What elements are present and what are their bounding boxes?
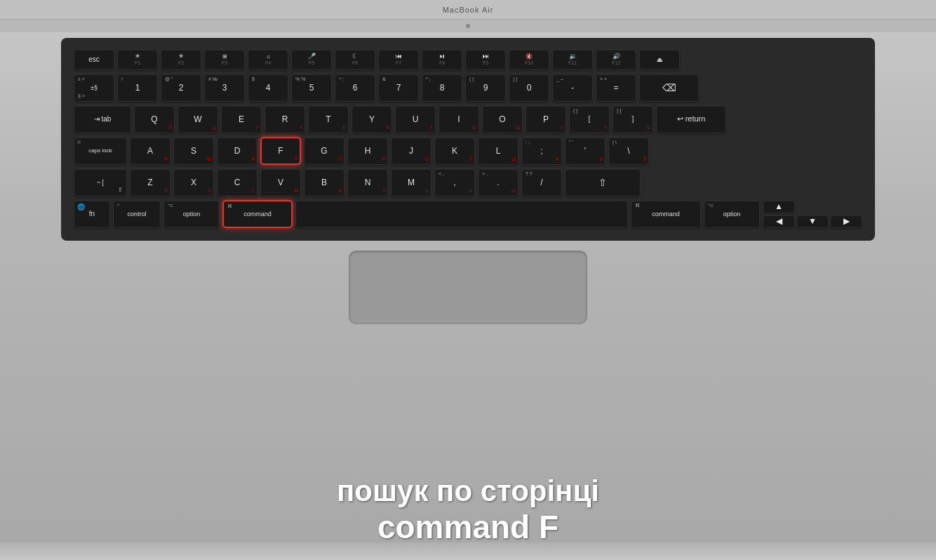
shortcut-keys: command F [377,508,559,546]
arrow-keys: ▲ ◀ ▼ ▶ [763,200,862,228]
camera-dot [466,24,470,28]
key-h[interactable]: H Р [347,137,388,165]
key-f2[interactable]: ☀ F2 [161,49,201,70]
key-v[interactable]: V М [260,168,301,196]
zxcv-row: ~ [ ⇧ Z Я X Ч C С V М [74,168,862,196]
key-8[interactable]: * ; 8 [422,74,462,102]
key-comma[interactable]: < , , Б [434,168,475,196]
key-r[interactable]: R К [265,105,305,133]
key-0[interactable]: ) ) 0 [509,74,549,102]
keyboard-bezel: esc ☀ F1 ☀ F2 ⊞ F3 ⌕ F4 [61,38,875,241]
function-row: esc ☀ F1 ☀ F2 ⊞ F3 ⌕ F4 [74,49,862,70]
key-command-right[interactable]: ⌘ command [631,200,701,228]
key-shift-right[interactable]: ⇧ [565,168,641,196]
key-semicolon[interactable]: : ; ; Ж [521,137,562,165]
key-equals[interactable]: + + = [596,74,636,102]
key-4[interactable]: $ 4 [248,74,288,102]
key-f9[interactable]: ⏭ F9 [465,49,506,70]
key-x[interactable]: X Ч [173,168,214,196]
key-u[interactable]: U Г [395,105,436,133]
key-arrow-left[interactable]: ◀ [763,215,795,228]
key-f6[interactable]: ☾ F6 [335,49,375,70]
key-enter[interactable]: ↩ return [656,105,726,133]
key-power[interactable]: ⏏ [639,49,680,70]
key-f10[interactable]: 🔇 F10 [509,49,549,70]
key-shift-left[interactable]: ~ [ ⇧ [74,168,127,196]
key-b[interactable]: B И [304,168,345,196]
key-f5[interactable]: 🎤 F5 [291,49,332,70]
bottom-area [328,251,608,324]
key-d[interactable]: D В [217,137,258,165]
laptop-bottom [0,542,936,560]
key-capslock[interactable]: caps lock [74,137,127,165]
key-m[interactable]: M Ь [391,168,432,196]
key-section[interactable]: ± < § > ±§ [74,74,114,102]
key-2[interactable]: @ " 2 [161,74,201,102]
macbook-brand-label: MacBook Air [443,6,494,14]
key-y[interactable]: Y Н [352,105,392,133]
key-esc[interactable]: esc [74,49,114,70]
key-option-right[interactable]: ⌥ option [704,200,760,228]
key-f4[interactable]: ⌕ F4 [248,49,288,70]
key-arrow-down[interactable]: ▼ [796,215,829,228]
key-s[interactable]: S Ы [173,137,214,165]
key-p[interactable]: P З [526,105,566,133]
key-space[interactable] [295,200,628,228]
key-t[interactable]: T Е [308,105,349,133]
key-control[interactable]: ^ control [113,200,161,228]
key-5[interactable]: % % 5 [291,74,332,102]
key-c[interactable]: C С [217,168,258,196]
laptop-body: MacBook Air esc ☀ F1 ☀ F2 [0,0,936,560]
key-q[interactable]: Q Й [134,105,175,133]
key-g[interactable]: G П [304,137,345,165]
top-bar: MacBook Air [0,0,936,20]
shortcut-overlay: пошук по сторінці command F [0,474,936,546]
key-minus[interactable]: _ – - [552,74,593,102]
key-w[interactable]: W Ц [178,105,218,133]
key-f1[interactable]: ☀ F1 [117,49,158,70]
key-1[interactable]: ! 1 [117,74,158,102]
key-tab[interactable]: ⇥ tab [74,105,131,133]
key-f7[interactable]: ⏮ F7 [378,49,419,70]
key-9[interactable]: ( ( 9 [465,74,506,102]
key-f3[interactable]: ⊞ F3 [204,49,245,70]
key-3[interactable]: # № 3 [204,74,245,102]
key-fn[interactable]: fn 🌐 [74,200,110,228]
key-n[interactable]: N Т [347,168,388,196]
key-l[interactable]: L Д [478,137,519,165]
keyboard: esc ☀ F1 ☀ F2 ⊞ F3 ⌕ F4 [74,49,862,228]
key-z[interactable]: Z Я [130,168,171,196]
key-i[interactable]: I Ш [439,105,479,133]
key-rbracket[interactable]: } ] ] Ъ [613,105,653,133]
key-6[interactable]: ^ : 6 [335,74,375,102]
key-slash[interactable]: ? ? / [521,168,562,196]
key-option-left[interactable]: ⌥ option [163,200,220,228]
key-arrow-right[interactable]: ▶ [830,215,862,228]
key-f12[interactable]: 🔊 F12 [596,49,636,70]
camera-area [0,20,936,32]
key-o[interactable]: O Щ [482,105,523,133]
key-k[interactable]: K Л [434,137,475,165]
key-quote[interactable]: " ' ' Э [565,137,606,165]
key-backslash[interactable]: | \ \ Ё [608,137,649,165]
key-j[interactable]: J О [391,137,432,165]
key-backspace[interactable]: ⌫ [639,74,699,102]
key-f[interactable]: F А [260,137,301,165]
key-7[interactable]: & 7 [378,74,419,102]
asdf-row: caps lock A Ф S Ы D В F А [74,137,862,165]
key-period[interactable]: > . . Ю [478,168,519,196]
key-a[interactable]: A Ф [130,137,171,165]
qwerty-row: ⇥ tab Q Й W Ц E У R К [74,105,862,133]
shortcut-description: пошук по сторінці [337,474,599,508]
key-command-left[interactable]: ⌘ command [222,200,293,228]
bottom-row: fn 🌐 ^ control ⌥ option ⌘ command [74,200,862,228]
key-f11[interactable]: 🔉 F11 [552,49,593,70]
key-f8[interactable]: ⏯ F8 [422,49,462,70]
key-arrow-up[interactable]: ▲ [763,200,795,213]
key-lbracket[interactable]: { [ [ Х [569,105,610,133]
number-row: ± < § > ±§ ! 1 @ " 2 # № 3 $ [74,74,862,102]
trackpad[interactable] [349,251,587,324]
key-e[interactable]: E У [221,105,262,133]
